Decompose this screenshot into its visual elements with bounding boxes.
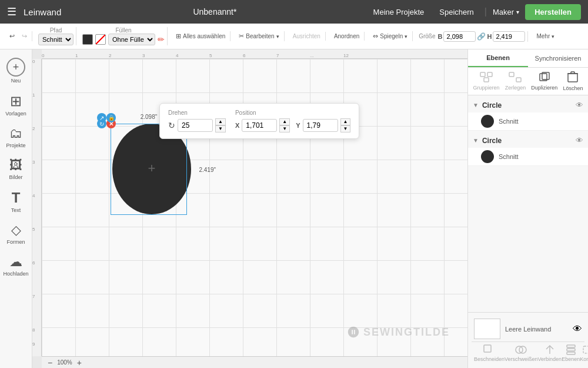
mirror-button[interactable]: ⇔ Spiegeln ▾ bbox=[370, 31, 410, 41]
rotate-increment-button[interactable]: ▲ bbox=[215, 118, 226, 125]
arrange-group: Anordnen bbox=[329, 32, 365, 41]
layer-item-2-label: Schnitt bbox=[499, 153, 519, 160]
pos-y-decrement-button[interactable]: ▼ bbox=[340, 125, 351, 132]
layer-item-1-preview bbox=[481, 115, 494, 128]
resize-handle[interactable]: ↗ bbox=[97, 113, 106, 122]
sidebar-item-templates[interactable]: ⊞ Vorlagen bbox=[2, 89, 30, 120]
attach-button[interactable]: Verbinden bbox=[538, 344, 562, 362]
svg-rect-2 bbox=[480, 72, 485, 77]
rotate-input[interactable] bbox=[178, 119, 213, 132]
menu-button[interactable]: ☰ bbox=[7, 5, 16, 18]
canvas-area[interactable]: 0 1 2 3 4 5 6 7 ... 12 0 1 2 3 4 5 6 bbox=[32, 49, 467, 368]
crop-button[interactable]: Beschneiden bbox=[474, 344, 505, 362]
layer-group-2-header[interactable]: ▼ Circle 👁 bbox=[468, 133, 588, 148]
chevron-down-icon: ▾ bbox=[516, 9, 519, 15]
ungroup-button[interactable]: Zerlegen bbox=[505, 72, 526, 91]
edit-button[interactable]: ✂ Bearbeiten ▾ bbox=[236, 31, 281, 41]
sidebar-item-new[interactable]: + Neu bbox=[2, 54, 30, 87]
pos-y-label: Y bbox=[296, 122, 300, 129]
pos-x-increment-button[interactable]: ▲ bbox=[279, 118, 290, 125]
layer-group-1: ▼ Circle 👁 Schnitt bbox=[468, 98, 588, 131]
left-sidebar: + Neu ⊞ Vorlagen 🗂 Projekte 🖼 Bilder T T… bbox=[0, 49, 32, 368]
projects-button[interactable]: Meine Projekte bbox=[369, 5, 429, 19]
zoom-out-button[interactable]: − bbox=[46, 358, 54, 367]
layer-group-1-header[interactable]: ▼ Circle 👁 bbox=[468, 98, 588, 112]
rotate-group: Drehen ↻ ▲ ▼ bbox=[168, 110, 226, 132]
group-label: Gruppieren bbox=[473, 85, 500, 91]
sidebar-label-new: Neu bbox=[11, 78, 21, 84]
path-select[interactable]: Schnitt bbox=[38, 34, 74, 45]
fill-group: Füllen Ohne Füllen ✏ bbox=[80, 27, 168, 45]
create-button[interactable]: Herstellen bbox=[525, 4, 581, 20]
rotate-decrement-button[interactable]: ▼ bbox=[215, 125, 226, 132]
layer-item-1[interactable]: Schnitt bbox=[468, 112, 588, 131]
svg-rect-9 bbox=[568, 74, 577, 82]
templates-icon: ⊞ bbox=[10, 93, 22, 110]
save-button[interactable]: Speichern bbox=[435, 5, 479, 19]
contour-button[interactable]: Kontur bbox=[580, 344, 588, 362]
duplicate-button[interactable]: Duplizieren bbox=[531, 72, 557, 91]
lock-icon[interactable]: 🔗 bbox=[477, 32, 486, 41]
fill-label: Füllen bbox=[115, 27, 131, 34]
right-panel: Ebenen Synchronisieren Gruppieren Zerleg… bbox=[467, 49, 588, 368]
path-group: Pfad Schnitt bbox=[36, 27, 76, 45]
svg-rect-19 bbox=[567, 352, 575, 354]
pos-x-decrement-button[interactable]: ▼ bbox=[279, 125, 290, 132]
sidebar-item-projects[interactable]: 🗂 Projekte bbox=[2, 122, 30, 152]
lock-aspect-handle[interactable]: 🔒 bbox=[106, 113, 116, 122]
more-button[interactable]: Mehr ▾ bbox=[534, 32, 557, 41]
grid-canvas[interactable]: SEWINGTILDE + 2.098" 2.419" ✕ bbox=[42, 59, 467, 356]
sidebar-label-text: Text bbox=[11, 207, 21, 213]
crop-label: Beschneiden bbox=[474, 356, 505, 362]
horizontal-ruler: 0 1 2 3 4 5 6 7 ... 12 bbox=[42, 49, 467, 59]
more-chevron-icon: ▾ bbox=[552, 34, 554, 39]
rotate-position-popup: Drehen ↻ ▲ ▼ Position bbox=[159, 103, 359, 139]
maker-button[interactable]: Maker ▾ bbox=[493, 8, 519, 16]
duplicate-icon bbox=[538, 72, 551, 84]
bottom-bar: − 100% + bbox=[42, 356, 467, 368]
tab-layers[interactable]: Ebenen bbox=[468, 49, 528, 67]
position-label: Position bbox=[235, 110, 351, 116]
arrange-button[interactable]: Anordnen bbox=[332, 32, 362, 41]
layers-op-button[interactable]: Ebenen bbox=[562, 344, 580, 362]
align-button[interactable]: Ausrichten bbox=[290, 32, 323, 41]
rotate-icon-popup: ↻ bbox=[168, 121, 175, 130]
more-group: Mehr ▾ bbox=[532, 32, 559, 41]
pos-x-input[interactable] bbox=[242, 119, 277, 132]
shapes-icon: ◇ bbox=[11, 223, 21, 238]
weld-button[interactable]: Verschweißen bbox=[505, 344, 538, 362]
group-button[interactable]: Gruppieren bbox=[473, 72, 500, 91]
edit-pencil-icon[interactable]: ✏ bbox=[158, 35, 165, 44]
sidebar-item-shapes[interactable]: ◇ Formen bbox=[2, 219, 30, 248]
layer-item-2[interactable]: Schnitt bbox=[468, 148, 588, 166]
svg-rect-3 bbox=[487, 72, 492, 77]
sidebar-item-upload[interactable]: ☁ Hochladen bbox=[2, 251, 30, 280]
projects-icon: 🗂 bbox=[9, 126, 22, 141]
sidebar-item-text[interactable]: T Text bbox=[2, 186, 30, 217]
height-input[interactable] bbox=[493, 31, 525, 42]
ungroup-icon bbox=[509, 72, 522, 84]
undo-button[interactable]: ↩ bbox=[7, 31, 17, 41]
layer-group-2-visibility[interactable]: 👁 bbox=[576, 136, 583, 145]
sidebar-item-images[interactable]: 🖼 Bilder bbox=[2, 154, 30, 184]
pos-y-increment-button[interactable]: ▲ bbox=[340, 118, 351, 125]
ungroup-label: Zerlegen bbox=[505, 85, 526, 91]
pos-y-input[interactable] bbox=[303, 119, 338, 132]
stroke-color-swatch[interactable] bbox=[95, 34, 106, 45]
width-input[interactable] bbox=[443, 31, 476, 42]
redo-button[interactable]: ↪ bbox=[19, 31, 29, 41]
zoom-in-button[interactable]: + bbox=[76, 358, 83, 367]
panel-actions: Gruppieren Zerlegen Duplizieren Löschen bbox=[468, 68, 588, 95]
contour-label: Kontur bbox=[580, 356, 588, 362]
layer-group-1-visibility[interactable]: 👁 bbox=[576, 101, 583, 110]
watermark: SEWINGTILDE bbox=[347, 326, 450, 339]
pos-x-stepper: ▲ ▼ bbox=[279, 118, 290, 132]
fill-select[interactable]: Ohne Füllen bbox=[108, 34, 155, 45]
svg-rect-18 bbox=[567, 349, 575, 351]
select-all-button[interactable]: ⊞ Alles auswählen bbox=[173, 31, 228, 41]
fill-color-swatch[interactable] bbox=[82, 34, 93, 45]
zoom-level: 100% bbox=[57, 359, 72, 366]
tab-synchronize[interactable]: Synchronisieren bbox=[528, 49, 588, 67]
delete-button[interactable]: Löschen bbox=[563, 71, 583, 91]
canvas-visibility-button[interactable]: 👁 bbox=[573, 324, 582, 334]
